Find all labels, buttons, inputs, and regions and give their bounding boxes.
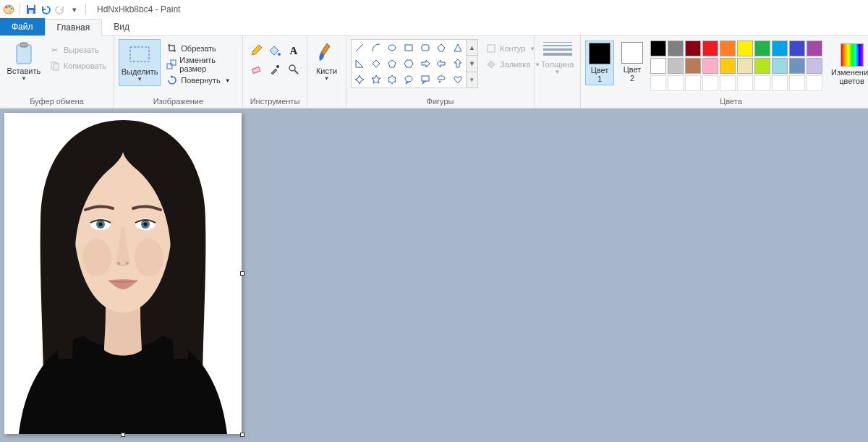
palette-empty[interactable] [754, 75, 770, 91]
canvas[interactable] [4, 113, 242, 434]
palette-empty[interactable] [685, 75, 701, 91]
shape-diamond[interactable] [368, 56, 385, 72]
select-button[interactable]: Выделить ▼ [119, 39, 161, 86]
svg-point-45 [144, 223, 148, 226]
palette-color[interactable] [807, 58, 822, 74]
shape-star5[interactable] [368, 72, 385, 88]
palette-color[interactable] [650, 58, 666, 74]
palette-color[interactable] [754, 41, 770, 56]
rotate-button[interactable]: Повернуть ▼ [163, 72, 238, 88]
shape-triangle[interactable] [449, 40, 466, 56]
resize-handle-bottom[interactable] [121, 433, 125, 437]
shape-callout-cloud[interactable] [433, 72, 450, 88]
shape-rect[interactable] [401, 40, 417, 56]
svg-point-33 [405, 76, 412, 82]
zoom-tool[interactable] [285, 61, 302, 78]
brushes-button[interactable]: Кисти ▼ [310, 39, 344, 85]
svg-marker-25 [454, 44, 461, 51]
palette-color[interactable] [668, 58, 684, 74]
palette-color[interactable] [668, 41, 684, 56]
picker-tool[interactable] [266, 61, 284, 78]
scroll-down-icon[interactable]: ▼ [467, 56, 477, 72]
shape-heart[interactable] [449, 72, 466, 88]
shape-oval[interactable] [384, 40, 401, 56]
palette-color[interactable] [772, 41, 788, 56]
shape-callout-rect[interactable] [417, 72, 433, 88]
tab-view[interactable]: Вид [102, 18, 141, 35]
palette-color[interactable] [754, 58, 770, 74]
palette-empty[interactable] [668, 75, 684, 91]
crop-button[interactable]: Обрезать [163, 41, 238, 56]
palette-color[interactable] [772, 58, 788, 74]
shape-line[interactable] [352, 40, 368, 56]
rainbow-icon [841, 43, 864, 67]
scroll-up-icon[interactable]: ▲ [467, 40, 477, 56]
shapes-scroll[interactable]: ▲ ▼ ▾ [467, 39, 478, 88]
shape-star6[interactable] [384, 72, 401, 88]
resize-handle-right[interactable] [240, 271, 244, 276]
group-label-clipboard: Буфер обмена [0, 97, 114, 108]
color2-swatch [621, 42, 643, 64]
palette-empty[interactable] [702, 75, 718, 91]
shape-arrow-left[interactable] [433, 56, 450, 72]
text-tool[interactable]: A [285, 42, 302, 59]
shape-star4[interactable] [352, 72, 368, 88]
palette-color[interactable] [650, 41, 666, 56]
palette-empty[interactable] [737, 75, 753, 91]
chevron-down-icon: ▼ [21, 75, 27, 82]
color1-slot[interactable]: Цвет 1 [585, 41, 614, 85]
edit-colors-button[interactable]: Изменение цветов [827, 41, 868, 88]
save-icon[interactable] [25, 4, 37, 15]
palette-color[interactable] [737, 58, 753, 74]
shape-hexagon[interactable] [401, 56, 417, 72]
resize-handle-corner[interactable] [240, 433, 244, 437]
paste-button[interactable]: Вставить ▼ [4, 39, 43, 85]
pencil-tool[interactable] [247, 42, 265, 59]
palette-color[interactable] [737, 41, 753, 56]
palette-color[interactable] [807, 41, 822, 56]
tab-file[interactable]: Файл [0, 18, 45, 35]
color2-slot[interactable]: Цвет 2 [618, 41, 646, 84]
canvas-area[interactable] [0, 109, 868, 442]
svg-rect-12 [130, 47, 149, 61]
shapes-gallery[interactable] [351, 39, 467, 88]
palette-empty[interactable] [772, 75, 788, 91]
crop-icon [166, 43, 178, 54]
svg-point-39 [135, 239, 163, 276]
shape-arrow-up[interactable] [449, 56, 466, 72]
palette-empty[interactable] [650, 75, 666, 91]
copy-button[interactable]: Копировать [46, 58, 109, 74]
palette-color[interactable] [685, 58, 701, 74]
cut-button[interactable]: ✂ Вырезать [46, 42, 109, 58]
palette-color[interactable] [789, 41, 805, 56]
shape-arrow-right[interactable] [417, 56, 433, 72]
palette-color[interactable] [789, 58, 805, 74]
palette-color[interactable] [702, 41, 718, 56]
shape-right-triangle[interactable] [352, 56, 368, 72]
redo-icon[interactable] [54, 4, 66, 15]
shape-polygon[interactable] [433, 40, 450, 56]
tab-home[interactable]: Главная [45, 19, 103, 36]
palette-empty[interactable] [720, 75, 736, 91]
shape-roundrect[interactable] [417, 40, 433, 56]
shape-curve[interactable] [368, 40, 385, 56]
palette-empty[interactable] [807, 75, 822, 91]
shape-pentagon[interactable] [384, 56, 401, 72]
palette-color[interactable] [720, 41, 736, 56]
eraser-tool[interactable] [247, 61, 265, 78]
palette-color[interactable] [702, 58, 718, 74]
size-button[interactable]: Толщина ▼ [535, 39, 580, 78]
resize-button[interactable]: Изменить размер [163, 56, 238, 72]
palette-color[interactable] [720, 58, 736, 74]
tools-grid: A [247, 42, 302, 78]
undo-icon[interactable] [40, 4, 51, 15]
palette-empty[interactable] [789, 75, 805, 91]
size-lines-icon [543, 42, 572, 56]
group-label-tools: Инструменты [243, 97, 307, 108]
scroll-expand-icon[interactable]: ▾ [467, 72, 477, 88]
svg-rect-36 [488, 45, 495, 52]
fill-tool[interactable] [266, 42, 284, 59]
palette-color[interactable] [685, 41, 701, 56]
shape-callout-round[interactable] [401, 72, 417, 88]
qat-customize-icon[interactable]: ▾ [69, 4, 80, 15]
